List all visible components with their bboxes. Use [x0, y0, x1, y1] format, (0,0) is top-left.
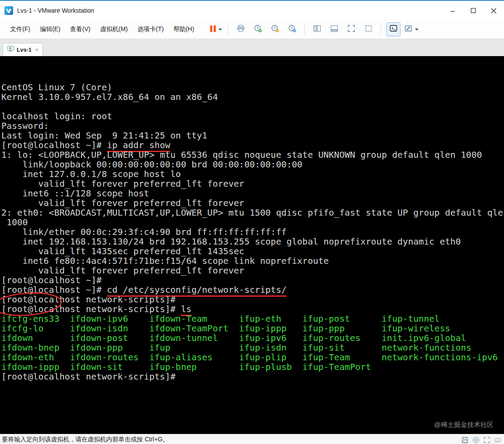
terminal-line: Last login: Wed Sep 9 21:41:25 on tty1 [1, 131, 504, 140]
terminal-line: 2: eth0: <BROADCAST,MULTICAST,UP,LOWER_U… [1, 208, 504, 217]
terminal-line: link/loopback 00:00:00:00:00:00 brd 00:0… [1, 160, 504, 169]
terminal-line: localhost login: root [1, 111, 504, 121]
terminal-line: ifdown-ippp ifdown-sit ifup-bnep ifup-pl… [1, 362, 504, 372]
fullscreen-button[interactable] [344, 22, 358, 36]
minimize-button[interactable] [442, 1, 463, 20]
fullscreen-toggle-icon[interactable] [483, 437, 490, 444]
fullscreen-icon [347, 24, 356, 35]
send-ctrl-alt-del-icon [236, 24, 245, 35]
revert-snapshot-icon [271, 24, 279, 35]
terminal-line: Kernel 3.10.0-957.el7.x86_64 on an x86_6… [1, 92, 504, 102]
revert-snapshot-button[interactable] [268, 22, 282, 36]
terminal-line: [root@localhost network-scripts]# [1, 372, 504, 381]
console-view-icon [389, 24, 398, 35]
terminal-line: Password: [1, 121, 504, 131]
terminal-line: 1000 [1, 217, 504, 227]
toolbar [209, 22, 419, 36]
close-button[interactable] [483, 1, 504, 20]
tab-label: Lvs-1 [17, 46, 32, 53]
status-message: 要将输入定向到该虚拟机，请在虚拟机内部单击或按 Ctrl+G。 [2, 436, 169, 444]
terminal-line: [root@localhost ~]# ip addr show [1, 140, 504, 150]
unity-icon [364, 24, 373, 35]
terminal-line: valid_lft forever preferred_lft forever [1, 198, 504, 208]
window-controls [442, 1, 504, 20]
terminal-line: inet 192.168.153.130/24 brd 192.168.153.… [1, 237, 504, 246]
menu-view[interactable]: 查看(V) [65, 23, 96, 36]
terminal-line: inet 127.0.0.1/8 scope host lo [1, 169, 504, 179]
terminal-line: inet6 fe80::4ac4:571f:71be:f15/64 scope … [1, 256, 504, 266]
maximize-button[interactable] [463, 1, 483, 20]
terminal-line: valid_lft forever preferred_lft forever [1, 266, 504, 275]
menu-help[interactable]: 帮助(H) [168, 23, 199, 36]
take-snapshot-button[interactable] [251, 22, 265, 36]
unity-button[interactable] [361, 22, 375, 36]
terminal-line: ifcfg-lo ifdown-isdn ifdown-TeamPort ifu… [1, 323, 504, 333]
show-thumbnail-bar-icon [330, 24, 339, 35]
cd-dvd-icon[interactable] [472, 437, 479, 444]
titlebar: Lvs-1 - VMware Workstation [0, 1, 504, 20]
pause-icon [209, 25, 216, 34]
terminal-line: [root@localhost ~]# [1, 275, 504, 285]
status-device-icons [461, 437, 501, 444]
toolbar-separator [228, 24, 229, 35]
terminal-line: valid_lft 1435sec preferred_lft 1435sec [1, 246, 504, 256]
menu-items: 文件(F)编辑(E)查看(V)虚拟机(M)选项卡(T)帮助(H) [0, 23, 199, 36]
vm-console[interactable]: CentOS Linux 7 (Core)Kernel 3.10.0-957.e… [0, 56, 504, 434]
chevron-down-icon [415, 28, 418, 31]
terminal-line: inet6 ::1/128 scope host [1, 188, 504, 198]
window-title: Lvs-1 - VMware Workstation [17, 7, 94, 14]
tab-lvs-1[interactable]: Lvs-1 × [3, 43, 43, 56]
terminal-line: [root@localhost network-scripts]# ls [1, 304, 504, 314]
vm-screen-icon [7, 46, 14, 54]
watermark: @稀土掘金技术社区 [434, 420, 493, 430]
show-thumbnail-bar-button[interactable] [327, 22, 341, 36]
keyboard-input-icon[interactable] [494, 437, 501, 444]
show-library-icon [313, 24, 322, 35]
show-library-button[interactable] [310, 22, 324, 36]
menubar: 文件(F)编辑(E)查看(V)虚拟机(M)选项卡(T)帮助(H) [0, 20, 504, 39]
terminal-line: ifdown-bnep ifdown-ppp ifup ifup-isdn if… [1, 343, 504, 352]
toolbar-separator [381, 24, 381, 35]
terminal-output: CentOS Linux 7 (Core)Kernel 3.10.0-957.e… [1, 82, 504, 381]
terminal-line: ifdown ifdown-post ifdown-tunnel ifup-ip… [1, 333, 504, 343]
hard-disk-icon[interactable] [461, 437, 468, 444]
terminal-line: ifcfg-ens33 ifdown-ipv6 ifdown-Team ifup… [1, 314, 504, 323]
send-ctrl-alt-del-button[interactable] [234, 22, 248, 36]
toolbar-separator [304, 24, 305, 35]
terminal-line: [root@localhost ~]# cd /etc/sysconfig/ne… [1, 285, 504, 295]
menu-edit[interactable]: 编辑(E) [35, 23, 65, 36]
manage-snapshots-icon [288, 24, 297, 35]
tab-close-icon[interactable]: × [35, 46, 39, 53]
manage-snapshots-button[interactable] [285, 22, 299, 36]
terminal-line [1, 102, 504, 111]
menu-tabs[interactable]: 选项卡(T) [132, 23, 168, 36]
suspend-button[interactable] [209, 22, 223, 36]
chevron-down-icon [218, 28, 222, 31]
terminal-line: valid_lft forever preferred_lft forever [1, 179, 504, 188]
terminal-line: ifdown-eth ifdown-routes ifup-aliases if… [1, 352, 504, 362]
fit-guest-icon [404, 24, 413, 35]
statusbar: 要将输入定向到该虚拟机，请在虚拟机内部单击或按 Ctrl+G。 [0, 434, 504, 444]
fit-guest-button[interactable] [404, 22, 419, 36]
terminal-line: 1: lo: <LOOPBACK,UP,LOWER_UP> mtu 65536 … [1, 150, 504, 160]
take-snapshot-icon [254, 24, 262, 35]
vmware-window: Lvs-1 - VMware Workstation 文件(F)编辑(E)查看(… [0, 0, 504, 444]
vmware-logo-icon [4, 6, 13, 15]
terminal-line: CentOS Linux 7 (Core) [1, 82, 504, 92]
tabbar: Lvs-1 × [0, 39, 504, 56]
menu-vm[interactable]: 虚拟机(M) [95, 23, 132, 36]
menu-file[interactable]: 文件(F) [5, 23, 35, 36]
terminal-line: link/ether 00:0c:29:3f:c4:90 brd ff:ff:f… [1, 227, 504, 237]
console-view-button[interactable] [386, 22, 400, 36]
